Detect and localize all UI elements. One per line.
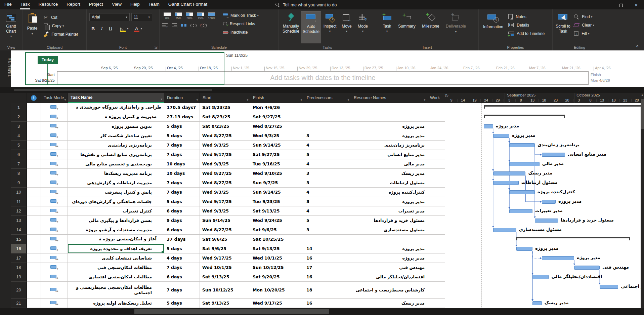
outdent-icon[interactable]: ← [162, 23, 168, 27]
italic-button[interactable]: I [98, 26, 105, 31]
gantt-chart-area[interactable]: مدیر پروژهمدیر پروژهبرنامه‌ریز زمان‌بندی… [445, 103, 641, 308]
finish-cell[interactable]: Tue 9/23/25 [250, 197, 304, 206]
resource-cell[interactable]: مسئول مستندسازی [351, 225, 427, 235]
menu-item-team[interactable]: Team [144, 0, 164, 9]
header-finish[interactable]: Finish▼ [250, 93, 304, 103]
task-name-cell[interactable]: مدیریت ارتباطات و گزارش‌دهی [68, 178, 164, 188]
resource-cell[interactable]: مسئول خرید و قراردادها [351, 216, 427, 225]
finish-cell[interactable]: Sat 9/27/25 [250, 112, 304, 122]
resource-cell[interactable]: مدیر پروژه [351, 244, 427, 253]
finish-cell[interactable]: Sat 9/13/25 [250, 206, 304, 216]
task-mode-cell[interactable] [41, 282, 68, 299]
add-to-timeline-button[interactable]: Add to Timeline [506, 29, 547, 38]
row-number[interactable]: 17 [11, 253, 27, 263]
gantt-chart-view-button[interactable]: Gantt Chart▾ [1, 11, 22, 43]
predecessors-cell[interactable]: 8 [304, 197, 351, 206]
finish-cell[interactable]: Sat 9/20/25 [250, 272, 304, 282]
task-bar-row-9[interactable] [493, 181, 519, 185]
start-cell[interactable]: Sat 9/13/25 [200, 272, 250, 282]
start-cell[interactable]: Wed 8/27/25 [200, 131, 250, 141]
filter-icon[interactable]: ▼ [160, 97, 163, 102]
paste-button[interactable]: Paste▾ [23, 11, 42, 43]
duration-cell[interactable]: 6 days [164, 225, 200, 235]
duration-cell[interactable]: 10 days [164, 169, 200, 178]
work-cell[interactable] [427, 103, 445, 112]
font-size-select[interactable]: 11▾ [131, 13, 152, 21]
predecessors-cell[interactable]: 4 [304, 159, 351, 169]
resource-cell[interactable]: برنامه‌ریز زمان‌بندی [351, 141, 427, 150]
task-mode-cell[interactable] [41, 112, 68, 122]
work-cell[interactable] [427, 206, 445, 216]
task-mode-cell[interactable] [41, 253, 68, 263]
duration-cell[interactable]: 5 days [164, 197, 200, 206]
task-name-cell[interactable]: برنامه مدیریت ریسک‌ها [68, 169, 164, 178]
task-mode-cell[interactable] [41, 122, 68, 131]
task-name-cell[interactable]: شناسایی ذینفعان کلیدی [68, 253, 164, 263]
info-cell[interactable] [27, 112, 41, 122]
vertical-scrollbar[interactable]: ▲ [641, 93, 644, 308]
duration-cell[interactable]: 7 days [164, 141, 200, 150]
predecessors-cell[interactable]: 3 [304, 225, 351, 235]
header-info[interactable]: i [27, 93, 41, 103]
menu-item-report[interactable]: Report [62, 0, 85, 9]
finish-cell[interactable]: Tue 9/16/25 [250, 159, 304, 169]
task-mode-cell[interactable] [41, 263, 68, 272]
restore-window-button[interactable] [613, 0, 629, 9]
task-bar-row-18[interactable] [574, 266, 600, 270]
finish-cell[interactable]: Mon 4/6/26 [250, 103, 304, 112]
information-button[interactable]: Information [480, 11, 506, 43]
resource-cell[interactable] [351, 235, 427, 244]
filter-icon[interactable]: ▼ [64, 98, 67, 102]
finish-cell[interactable]: Sun 9/7/25 [250, 178, 304, 188]
row-number[interactable]: 11 [11, 197, 27, 206]
row-number[interactable]: 1 [11, 103, 27, 112]
predecessors-cell[interactable] [304, 122, 351, 131]
info-cell[interactable] [27, 206, 41, 216]
duration-cell[interactable]: 5 days [164, 299, 200, 308]
info-cell[interactable] [27, 178, 41, 188]
predecessors-cell[interactable]: 4 [304, 188, 351, 197]
predecessors-cell[interactable] [304, 112, 351, 122]
resource-cell[interactable]: مدیر پروژه [351, 122, 427, 131]
finish-cell[interactable]: Mon 10/20/25 [250, 282, 304, 299]
row-number[interactable]: 12 [11, 206, 27, 216]
filter-icon[interactable]: ▼ [347, 98, 350, 102]
bold-button[interactable]: B [89, 26, 97, 31]
menu-item-gantt-chart-format[interactable]: Gantt Chart Format [164, 0, 212, 9]
highlight-color-button[interactable]: ◺ [120, 26, 126, 31]
percent-complete-50-button[interactable]: 50% [184, 12, 195, 20]
work-cell[interactable] [427, 178, 445, 188]
start-cell[interactable]: Sat 9/6/25 [200, 244, 250, 253]
task-mode-cell[interactable] [41, 272, 68, 282]
task-name-cell[interactable]: پایش و کنترل پیشرفت [68, 188, 164, 197]
resource-cell[interactable]: مهندس فنی [351, 263, 427, 272]
predecessors-cell[interactable]: 4 [304, 141, 351, 150]
task-mode-cell[interactable] [41, 103, 68, 112]
duration-cell[interactable]: 6 days [164, 272, 200, 282]
row-number[interactable]: 15 [11, 235, 27, 244]
duration-cell[interactable]: 5 days [164, 122, 200, 131]
percent-complete-0-button[interactable]: 0% [162, 12, 172, 20]
collapse-ribbon-button[interactable]: ^ [634, 44, 641, 50]
info-cell[interactable] [27, 159, 41, 169]
task-bar-row-19[interactable] [532, 275, 549, 279]
start-cell[interactable]: Sat 9/13/25 [200, 299, 250, 308]
percent-complete-100-button[interactable]: 100% [207, 12, 217, 20]
work-cell[interactable] [427, 272, 445, 282]
close-window-button[interactable]: × [629, 0, 644, 9]
menu-item-view[interactable]: View [108, 0, 126, 9]
task-bar-row-11[interactable] [542, 200, 556, 204]
predecessors-cell[interactable]: 5 [304, 216, 351, 225]
task-name-cell[interactable]: کنترل تغییرات [68, 206, 164, 216]
task-bar-row-3[interactable] [484, 124, 493, 128]
start-cell[interactable]: Wed 9/3/25 [200, 188, 250, 197]
duration-cell[interactable]: 4 days [164, 253, 200, 263]
task-mode-cell[interactable] [41, 141, 68, 150]
task-bar-row-10[interactable] [509, 190, 535, 194]
filter-icon[interactable]: ▼ [246, 98, 249, 102]
header-duration[interactable]: Duration▼ [164, 93, 200, 103]
resource-cell[interactable]: اقتصاددان/تحلیلگر مالی [351, 272, 427, 282]
header-row-number[interactable] [11, 93, 27, 103]
info-cell[interactable] [27, 272, 41, 282]
resource-cell[interactable]: مدیر پروژه [351, 197, 427, 206]
